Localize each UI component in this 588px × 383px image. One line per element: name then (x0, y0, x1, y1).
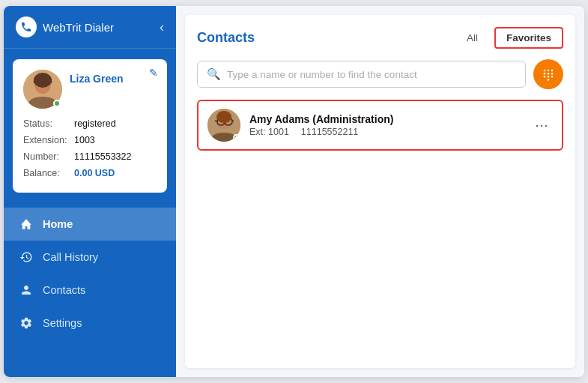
edit-icon[interactable]: ✎ (149, 67, 158, 79)
contacts-icon (19, 283, 34, 298)
sidebar-item-home[interactable]: Home (4, 208, 176, 241)
settings-icon (19, 316, 34, 331)
balance-value: 0.00 USD (74, 166, 115, 182)
svg-point-10 (548, 76, 550, 78)
logo: WebTrit Dialer (16, 16, 114, 37)
svg-point-8 (551, 73, 554, 75)
contact-ext: Ext: 1001 (249, 127, 289, 137)
sidebar-item-contacts[interactable]: Contacts (4, 274, 176, 307)
tab-all[interactable]: All (456, 28, 488, 47)
collapse-button[interactable]: ‹ (160, 19, 164, 35)
extension-label: Extension: (23, 133, 70, 149)
search-box: 🔍 (197, 61, 526, 88)
status-label: Status: (23, 116, 70, 133)
sidebar-label-call-history: Call History (43, 251, 98, 263)
svg-point-18 (216, 111, 231, 123)
contact-avatar (207, 109, 240, 142)
search-row: 🔍 (197, 59, 563, 89)
contact-online-dot (233, 134, 240, 141)
online-status-dot (53, 100, 61, 107)
contact-list-item[interactable]: Amy Adams (Administration) Ext: 1001 111… (197, 100, 563, 151)
logo-text: WebTrit Dialer (43, 21, 114, 34)
contact-name: Amy Adams (Administration) (249, 113, 521, 125)
extension-value: 1003 (74, 133, 95, 149)
contacts-panel: Contacts All Favorites 🔍 (185, 15, 575, 368)
home-icon (19, 217, 34, 232)
sidebar-item-call-history[interactable]: Call History (4, 241, 176, 274)
contact-info: Amy Adams (Administration) Ext: 1001 111… (249, 113, 521, 137)
contact-number: 11115552211 (301, 127, 358, 137)
number-value: 11115553322 (74, 149, 131, 166)
contacts-tabs: All Favorites (456, 27, 563, 49)
contacts-header: Contacts All Favorites (197, 27, 563, 49)
sidebar-label-settings: Settings (43, 317, 82, 329)
svg-point-3 (544, 70, 546, 72)
sidebar-header: WebTrit Dialer ‹ (4, 6, 176, 49)
search-icon: 🔍 (207, 67, 221, 81)
svg-point-9 (544, 76, 546, 78)
user-name: Liza Green (70, 73, 124, 85)
sidebar: WebTrit Dialer ‹ (4, 6, 176, 377)
svg-line-17 (232, 121, 234, 121)
sidebar-label-contacts: Contacts (43, 284, 85, 296)
svg-point-11 (551, 76, 554, 78)
nav-items: Home Call History Contacts (4, 203, 176, 378)
svg-point-5 (551, 70, 554, 72)
tab-favorites[interactable]: Favorites (494, 27, 563, 49)
number-label: Number: (23, 149, 70, 166)
avatar-wrapper (23, 70, 62, 109)
svg-point-6 (544, 73, 546, 75)
logo-icon (16, 16, 37, 37)
svg-point-12 (548, 79, 550, 81)
user-details: Status: registered Extension: 1003 Numbe… (23, 116, 157, 182)
svg-point-7 (548, 73, 550, 75)
dialpad-button[interactable] (533, 59, 563, 89)
balance-label: Balance: (23, 166, 70, 182)
contacts-title: Contacts (197, 30, 255, 46)
main-content: Contacts All Favorites 🔍 (176, 6, 584, 377)
more-options-button[interactable]: ⋯ (530, 115, 553, 135)
svg-point-4 (548, 70, 550, 72)
sidebar-label-home: Home (43, 218, 73, 230)
contact-sub: Ext: 1001 11115552211 (249, 127, 521, 137)
search-input[interactable] (227, 69, 516, 80)
status-value: registered (74, 116, 116, 133)
svg-line-15 (215, 121, 217, 121)
sidebar-item-settings[interactable]: Settings (4, 307, 176, 340)
call-history-icon (19, 250, 34, 265)
user-card: Liza Green ✎ Status: registered Extensio… (13, 59, 167, 193)
